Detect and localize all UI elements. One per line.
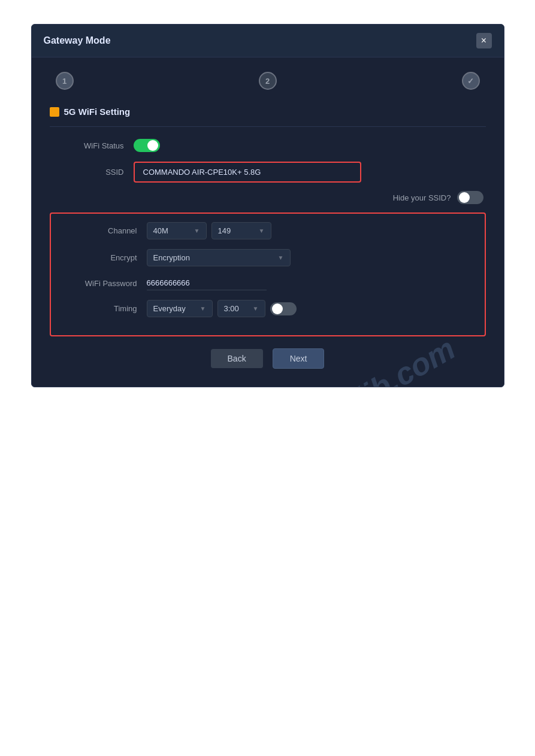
timing-day-chevron-icon: ▼ bbox=[200, 305, 206, 312]
timing-time-select[interactable]: 3:00 ▼ bbox=[217, 300, 265, 317]
wifi-status-toggle[interactable] bbox=[134, 139, 160, 152]
channel-select[interactable]: 149 ▼ bbox=[211, 222, 271, 239]
step-3-indicator: ✓ bbox=[462, 72, 480, 90]
password-input[interactable] bbox=[147, 276, 267, 290]
back-button[interactable]: Back bbox=[211, 349, 263, 368]
bandwidth-value: 40M bbox=[153, 226, 168, 235]
channel-controls: 40M ▼ 149 ▼ bbox=[147, 222, 271, 239]
footer-buttons: Back Next bbox=[50, 348, 486, 369]
password-row: WiFi Password bbox=[63, 276, 473, 290]
page-wrapper: Gateway Mode × 1 2 ✓ 5G WiFi Setting bbox=[0, 0, 535, 756]
step-1-indicator: 1 bbox=[56, 72, 74, 90]
divider bbox=[50, 126, 486, 127]
ssid-row: SSID COMMANDO AIR-CPE10K+ 5.8G bbox=[50, 162, 486, 183]
section-icon bbox=[50, 107, 59, 117]
ssid-value: COMMANDO AIR-CPE10K+ 5.8G bbox=[143, 168, 261, 177]
encrypt-label: Encrypt bbox=[63, 253, 147, 262]
step-2-indicator: 2 bbox=[259, 72, 277, 90]
timing-row: Timing Everyday ▼ 3:00 ▼ bbox=[63, 300, 473, 317]
modal-title: Gateway Mode bbox=[44, 35, 111, 46]
encrypt-value: Encryption bbox=[153, 253, 190, 262]
channel-value: 149 bbox=[218, 226, 231, 235]
timing-day-select[interactable]: Everyday ▼ bbox=[147, 300, 213, 317]
steps-row: 1 2 ✓ bbox=[50, 72, 486, 90]
encrypt-select[interactable]: Encryption ▼ bbox=[147, 249, 291, 266]
bandwidth-chevron-icon: ▼ bbox=[194, 227, 200, 234]
timing-day-value: Everyday bbox=[153, 304, 186, 313]
bandwidth-select[interactable]: 40M ▼ bbox=[147, 222, 207, 239]
hide-ssid-toggle[interactable] bbox=[457, 191, 483, 204]
encrypt-row: Encrypt Encryption ▼ bbox=[63, 249, 473, 266]
hide-ssid-row: Hide your SSID? bbox=[50, 191, 486, 204]
timing-controls: Everyday ▼ 3:00 ▼ bbox=[147, 300, 297, 317]
timing-time-chevron-icon: ▼ bbox=[253, 305, 259, 312]
wifi-status-toggle-wrapper[interactable] bbox=[134, 139, 160, 152]
modal-header: Gateway Mode × bbox=[32, 25, 504, 57]
channel-chevron-icon: ▼ bbox=[259, 227, 265, 234]
section-title: 5G WiFi Setting bbox=[64, 107, 131, 117]
next-button[interactable]: Next bbox=[273, 348, 325, 369]
wifi-status-label: WiFi Status bbox=[50, 141, 134, 150]
timing-time-value: 3:00 bbox=[224, 304, 239, 313]
ssid-label: SSID bbox=[50, 168, 134, 177]
channel-row: Channel 40M ▼ 149 ▼ bbox=[63, 222, 473, 239]
section-heading: 5G WiFi Setting bbox=[50, 107, 486, 117]
timing-label: Timing bbox=[63, 304, 147, 313]
modal-dialog: Gateway Mode × 1 2 ✓ 5G WiFi Setting bbox=[31, 24, 504, 387]
close-button[interactable]: × bbox=[476, 33, 492, 48]
wifi-status-row: WiFi Status bbox=[50, 139, 486, 152]
hide-ssid-label: Hide your SSID? bbox=[393, 193, 451, 202]
channel-label: Channel bbox=[63, 226, 147, 235]
timing-toggle[interactable] bbox=[270, 302, 297, 315]
timing-toggle-knob bbox=[272, 303, 283, 314]
password-label: WiFi Password bbox=[63, 279, 147, 288]
ssid-box: COMMANDO AIR-CPE10K+ 5.8G bbox=[134, 162, 361, 183]
settings-section: Channel 40M ▼ 149 ▼ Encrypt bbox=[50, 212, 486, 336]
wifi-status-knob bbox=[147, 140, 158, 151]
hide-ssid-knob bbox=[459, 192, 470, 203]
encrypt-chevron-icon: ▼ bbox=[278, 254, 284, 261]
modal-body: 1 2 ✓ 5G WiFi Setting WiFi Status bbox=[32, 57, 504, 387]
